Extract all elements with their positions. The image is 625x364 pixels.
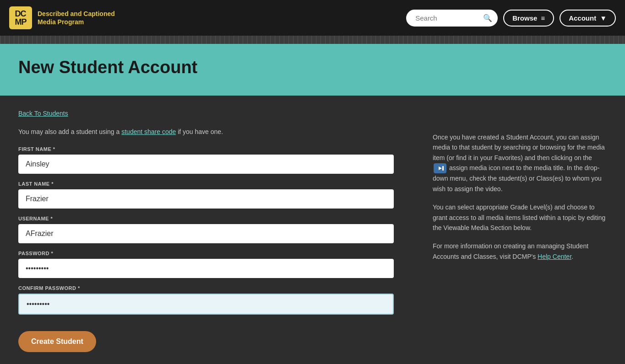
- share-text-prefix: You may also add a student using a: [18, 128, 121, 135]
- password-input[interactable]: [18, 259, 394, 278]
- username-input[interactable]: [18, 224, 394, 243]
- confirm-password-label: CONFIRM PASSWORD *: [18, 285, 414, 291]
- student-share-code-link[interactable]: student share code: [121, 128, 176, 135]
- info-section: Once you have created a Student Account,…: [433, 109, 607, 352]
- confirm-password-field-group: CONFIRM PASSWORD *: [18, 285, 414, 315]
- account-label: Account: [569, 14, 596, 22]
- title-line1: Described and Captioned: [38, 10, 115, 17]
- account-button[interactable]: Account ▼: [560, 10, 616, 27]
- info-paragraph-3: For more information on creating an mana…: [433, 241, 607, 262]
- info-p3-suffix: .: [571, 253, 573, 260]
- share-text-suffix: if you have one.: [176, 128, 223, 135]
- page-banner: New Student Account: [0, 44, 625, 96]
- username-label: USERNAME *: [18, 216, 414, 221]
- search-box: 🔍: [406, 10, 498, 27]
- confirm-password-input[interactable]: [18, 294, 394, 315]
- svg-rect-2: [442, 166, 444, 171]
- first-name-label: FIRST NAME *: [18, 146, 414, 152]
- chevron-down-icon: ▼: [600, 14, 607, 22]
- site-header: DCMP Described and Captioned Media Progr…: [0, 0, 625, 36]
- info-p1-text1: Once you have created a Student Account,…: [433, 134, 605, 161]
- first-name-field-group: FIRST NAME *: [18, 146, 414, 174]
- logo-area: DCMP Described and Captioned Media Progr…: [9, 6, 399, 29]
- back-to-students-link[interactable]: Back To Students: [18, 110, 68, 117]
- info-paragraph-2: You can select appropriate Grade Level(s…: [433, 202, 607, 233]
- first-name-input[interactable]: [18, 155, 394, 174]
- form-section: Back To Students You may also add a stud…: [18, 109, 414, 352]
- password-field-group: PASSWORD *: [18, 251, 414, 278]
- last-name-label: LAST NAME *: [18, 181, 414, 187]
- info-paragraph-1: Once you have created a Student Account,…: [433, 132, 607, 194]
- info-p1-text2: assign media icon next to the media titl…: [433, 164, 602, 193]
- help-center-link[interactable]: Help Center: [538, 253, 571, 260]
- title-line2: Media Program: [38, 18, 84, 26]
- search-button[interactable]: 🔍: [483, 14, 492, 22]
- browse-icon: ≡: [541, 14, 545, 22]
- page-title: New Student Account: [18, 58, 607, 77]
- site-title: Described and Captioned Media Program: [38, 10, 115, 26]
- browse-label: Browse: [512, 14, 537, 22]
- share-code-text: You may also add a student using a stude…: [18, 128, 414, 135]
- browse-button[interactable]: Browse ≡: [503, 10, 554, 27]
- last-name-field-group: LAST NAME *: [18, 181, 414, 209]
- logo-icon: DCMP: [9, 6, 32, 29]
- assign-media-icon: [434, 163, 446, 173]
- last-name-input[interactable]: [18, 189, 394, 209]
- password-label: PASSWORD *: [18, 251, 414, 256]
- header-controls: 🔍 Browse ≡ Account ▼: [406, 10, 616, 27]
- create-student-button[interactable]: Create Student: [18, 331, 96, 352]
- main-content: Back To Students You may also add a stud…: [0, 96, 625, 364]
- ruler-decoration: [0, 36, 625, 44]
- username-field-group: USERNAME *: [18, 216, 414, 243]
